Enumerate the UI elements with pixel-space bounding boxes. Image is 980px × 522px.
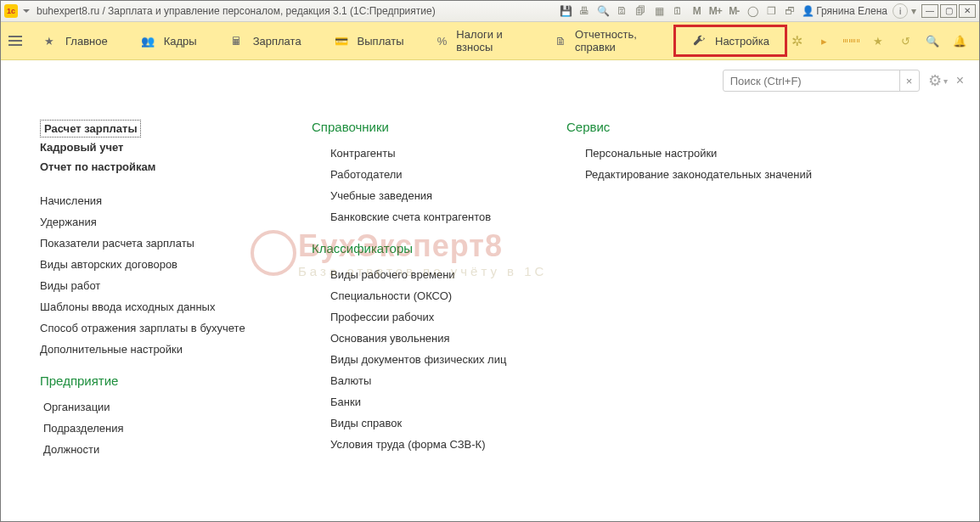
search-box[interactable]: × [723, 70, 920, 92]
gear-icon[interactable]: ✲ [789, 33, 804, 48]
people-icon: 👥 [140, 33, 155, 48]
nav-label: Налоги и взносы [456, 28, 522, 53]
link-personal-settings[interactable]: Персональные настройки [566, 143, 838, 164]
section-directories: Справочники [312, 120, 515, 134]
nav-reports[interactable]: 🗎 Отчетность, справки [539, 28, 672, 53]
doc-icon[interactable]: 🖺 [615, 4, 628, 18]
gear-icon: ⚙ [928, 71, 942, 90]
calc-mplus-icon[interactable]: M+ [708, 4, 722, 18]
windows-icon[interactable]: 🗗 [783, 4, 797, 18]
nav-settings[interactable]: Настройка [673, 25, 787, 57]
link-currencies[interactable]: Валюты [312, 370, 515, 391]
link-positions[interactable]: Должности [40, 439, 261, 460]
print-icon[interactable]: 🖶 [577, 4, 591, 18]
window-maximize-button[interactable]: ▢ [940, 4, 957, 18]
chevron-down-icon: ▾ [943, 76, 948, 86]
window-titlebar: 1c buhexpert8.ru / Зарплата и управление… [1, 1, 979, 22]
user-icon: 👤 [802, 5, 814, 17]
link-departments[interactable]: Подразделения [40, 418, 261, 439]
titlebar-tool-icons: 💾 🖶 🔍 🖺 🗐 ▦ 🗓 M M+ M- ◯ ❐ 🗗 [559, 4, 797, 18]
link-banks[interactable]: Банки [312, 391, 515, 413]
link-worktime-types[interactable]: Виды рабочего времени [312, 264, 515, 285]
link-salary-calc[interactable]: Расчет зарплаты [40, 120, 141, 138]
menu-button[interactable] [6, 29, 25, 53]
chevron-right-icon[interactable]: ▸ [816, 33, 831, 48]
link-accruals[interactable]: Начисления [40, 190, 261, 211]
link-work-types[interactable]: Виды работ [40, 275, 261, 296]
search-input[interactable] [724, 75, 899, 87]
nav-hr[interactable]: 👥 Кадры [125, 28, 212, 53]
link-salary-indicators[interactable]: Показатели расчета зарплаты [40, 233, 261, 254]
titlebar-chevron-down-icon[interactable]: ▾ [911, 5, 916, 17]
info-icon[interactable]: i [893, 3, 908, 19]
calc-mminus-icon[interactable]: M- [727, 4, 741, 18]
close-panel-button[interactable]: × [956, 73, 964, 88]
main-toolbar: ★ Главное 👥 Кадры 🖩 Зарплата 💳 Выплаты %… [1, 22, 979, 60]
burger-icon [8, 36, 22, 46]
link-organizations[interactable]: Организации [40, 396, 261, 418]
window-list-icon[interactable]: ❐ [764, 4, 778, 18]
favorite-icon[interactable]: ★ [870, 33, 886, 48]
link-bank-accounts[interactable]: Банковские счета контрагентов [312, 206, 515, 227]
link-employers[interactable]: Работодатели [312, 164, 515, 185]
window-close-button[interactable]: ✕ [959, 4, 976, 18]
search-icon[interactable]: 🔍 [925, 33, 940, 48]
link-work-conditions[interactable]: Условия труда (форма СЗВ-К) [312, 434, 515, 455]
apps-icon[interactable] [843, 33, 859, 48]
search-clear-button[interactable]: × [899, 70, 919, 91]
app-logo-icon: 1c [4, 4, 18, 18]
titlebar-dropdown-icon[interactable] [23, 9, 30, 13]
section-classifiers: Классификаторы [312, 241, 515, 255]
link-salary-reflection[interactable]: Способ отражения зарплаты в бухучете [40, 317, 261, 339]
section-enterprise: Предприятие [40, 373, 261, 388]
nav-taxes[interactable]: % Налоги и взносы [421, 28, 538, 53]
wallet-icon: 💳 [334, 33, 349, 48]
report-icon: 🗎 [555, 33, 566, 48]
link-edit-law-values[interactable]: Редактирование законодательных значений [566, 164, 838, 185]
toolbar-right: ✲ ▸ ★ ↺ 🔍 🔔 [789, 33, 974, 48]
nav-label: Зарплата [253, 35, 301, 48]
save-icon[interactable]: 💾 [559, 4, 572, 18]
nav-salary[interactable]: 🖩 Зарплата [214, 28, 317, 53]
link-reference-types[interactable]: Виды справок [312, 413, 515, 434]
link-worker-professions[interactable]: Профессии рабочих [312, 306, 515, 328]
view-settings-button[interactable]: ⚙ ▾ [928, 71, 948, 90]
calendar-icon[interactable]: 🗓 [671, 4, 684, 18]
calc-m-icon[interactable]: M [690, 4, 703, 18]
link-identity-doc-types[interactable]: Виды документов физических лиц [312, 349, 515, 370]
nav-label: Главное [65, 35, 108, 48]
nav-label: Кадры [164, 35, 197, 48]
wrench-icon [691, 33, 707, 48]
nav-label: Настройка [715, 35, 769, 48]
copy-icon[interactable]: 🗐 [634, 4, 647, 18]
link-deductions[interactable]: Удержания [40, 211, 261, 233]
link-additional-settings[interactable]: Дополнительные настройки [40, 339, 261, 360]
link-schools[interactable]: Учебные заведения [312, 185, 515, 206]
nav-main[interactable]: ★ Главное [26, 28, 123, 53]
column-middle: Справочники Контрагенты Работодатели Уче… [312, 120, 515, 455]
link-dismissal-grounds[interactable]: Основания увольнения [312, 328, 515, 349]
content-area: БухЭксперт8 База ответов по учёту в 1С Р… [1, 101, 979, 521]
bell-icon[interactable]: 🔔 [952, 33, 967, 48]
current-user[interactable]: 👤 Грянина Елена [802, 5, 887, 17]
section-service: Сервис [566, 120, 838, 134]
nav-label: Выплаты [358, 35, 404, 48]
link-contractors[interactable]: Контрагенты [312, 143, 515, 164]
percent-icon: % [436, 33, 448, 48]
star-icon: ★ [42, 33, 57, 48]
history-icon[interactable]: ↺ [898, 33, 913, 48]
link-input-templates[interactable]: Шаблоны ввода исходных данных [40, 296, 261, 317]
link-specialties[interactable]: Специальности (ОКСО) [312, 285, 515, 306]
back-icon[interactable]: ◯ [746, 4, 759, 18]
link-hr-accounting[interactable]: Кадровый учет [40, 138, 261, 157]
window-minimize-button[interactable]: — [921, 4, 938, 18]
nav-payments[interactable]: 💳 Выплаты [318, 28, 420, 53]
link-author-contract-types[interactable]: Виды авторских договоров [40, 254, 261, 275]
content-scroll[interactable]: БухЭксперт8 База ответов по учёту в 1С Р… [1, 101, 979, 521]
sub-toolbar: × ⚙ ▾ × [1, 60, 979, 101]
preview-icon[interactable]: 🔍 [596, 4, 610, 18]
link-settings-report[interactable]: Отчет по настройкам [40, 157, 261, 177]
user-name: Грянина Елена [816, 5, 887, 17]
table-icon[interactable]: ▦ [652, 4, 666, 18]
nav-label: Отчетность, справки [575, 28, 656, 53]
